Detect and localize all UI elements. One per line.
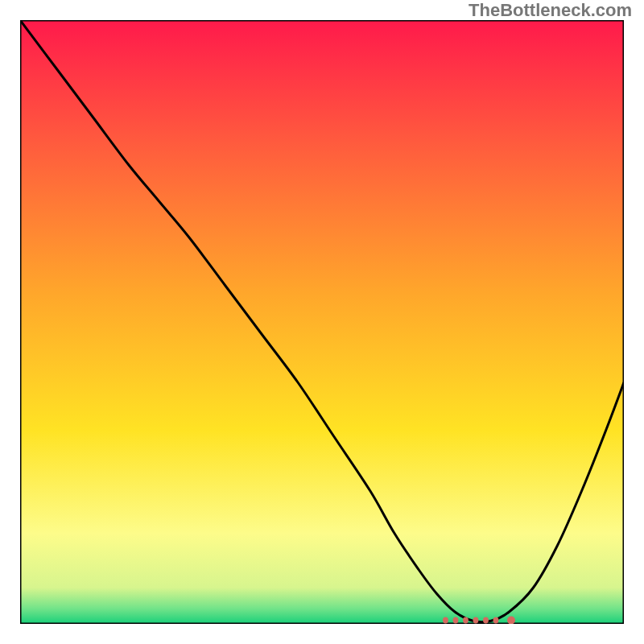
svg-rect-5 (493, 617, 499, 624)
svg-rect-4 (483, 617, 489, 624)
bottleneck-chart (20, 20, 624, 624)
watermark-text: TheBottleneck.com (469, 0, 632, 21)
svg-rect-3 (473, 617, 479, 624)
gradient-background (20, 20, 624, 624)
chart-svg (20, 20, 624, 624)
svg-rect-1 (453, 617, 459, 624)
svg-rect-0 (443, 617, 448, 624)
svg-rect-2 (463, 617, 469, 624)
